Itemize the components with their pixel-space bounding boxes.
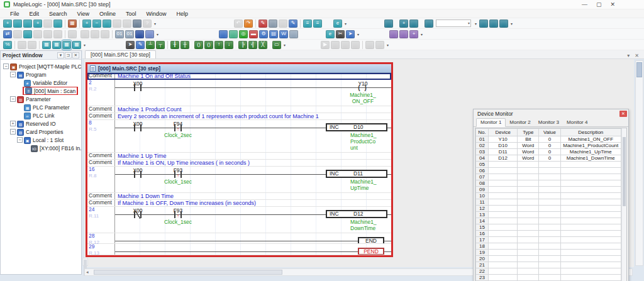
- comment-row[interactable]: CommentMachine 1 Up Time: [87, 153, 391, 160]
- description-cell[interactable]: [560, 199, 621, 206]
- check-program-button[interactable]: ✎: [258, 19, 267, 28]
- value-cell[interactable]: 0: [539, 136, 560, 143]
- rung-canvas[interactable]: X00F93↑Clock_1secINCD11Machine1_ UpTime: [115, 167, 391, 192]
- device-cell[interactable]: [489, 268, 518, 275]
- io-monitor-2-button[interactable]: 01: [125, 30, 134, 38]
- rung-row-step-2[interactable]: 2R.2X00Y10( )Machine1_ ON_OFF: [87, 80, 391, 106]
- comment-row[interactable]: CommentIf Machine 1 is ON, Up Time incre…: [87, 160, 391, 167]
- type-cell[interactable]: [518, 168, 539, 174]
- instruction-box-inc[interactable]: INCD12: [326, 210, 387, 218]
- monitor-row-10[interactable]: 10: [476, 193, 621, 199]
- device-cell[interactable]: D10: [489, 143, 518, 149]
- convert-ladder-button[interactable]: [229, 30, 238, 38]
- type-cell[interactable]: [518, 180, 539, 187]
- toolbar-overflow-icon[interactable]: ▾: [345, 21, 347, 26]
- monitor-tab-1[interactable]: Monitor 1: [476, 118, 506, 127]
- device-monitor-close-button[interactable]: ✕: [619, 111, 627, 117]
- rung-canvas[interactable]: X00F93↑Clock_1secINCD12Machine1_ DownTim…: [115, 207, 391, 233]
- type-cell[interactable]: [518, 268, 539, 275]
- rung-row-step-24[interactable]: 24R.11X00F93↑Clock_1secINCD12Machine1_ D…: [87, 207, 391, 233]
- minimize-button[interactable]: —: [582, 1, 587, 8]
- rung-canvas[interactable]: PEND: [115, 244, 391, 255]
- plc-write-button[interactable]: +: [399, 19, 408, 28]
- plc-monitor-button[interactable]: [425, 19, 433, 28]
- report-doc-button[interactable]: [289, 30, 298, 38]
- device-cell[interactable]: [489, 199, 518, 206]
- value-cell[interactable]: 0: [539, 149, 560, 155]
- menu-tool[interactable]: Tool: [121, 11, 142, 17]
- project-pin-button[interactable]: ⊐: [65, 52, 72, 58]
- monitor-row-17[interactable]: 17: [476, 237, 621, 243]
- value-cell[interactable]: [539, 174, 560, 180]
- description-cell[interactable]: [560, 212, 621, 218]
- tree-expander-icon[interactable]: −: [10, 96, 16, 102]
- value-cell[interactable]: [539, 212, 560, 218]
- monitor-row-23[interactable]: 23: [476, 275, 621, 281]
- pend-instruction-box[interactable]: PEND: [358, 248, 384, 255]
- value-cell[interactable]: [539, 218, 560, 224]
- print-button[interactable]: [133, 19, 142, 28]
- tree-item-project-mqtt-maple-plc-sample[interactable]: −▣Project [MQTT-Maple PLC Sample]: [2, 62, 81, 70]
- type-cell[interactable]: [518, 187, 539, 193]
- contact-nc-tool-button[interactable]: ╫: [180, 41, 189, 49]
- comment-row[interactable]: CommentMachine 1 Down Time: [87, 193, 391, 200]
- value-cell[interactable]: [539, 250, 560, 256]
- contact-rising-edge-symbol[interactable]: ↑: [174, 211, 182, 218]
- monitor-tab-3[interactable]: Monitor 3: [535, 119, 563, 126]
- value-cell[interactable]: 0: [539, 143, 560, 149]
- monitor-row-18[interactable]: 18: [476, 243, 621, 250]
- monitor-row-05[interactable]: 05: [476, 162, 621, 168]
- tree-expander-icon[interactable]: −: [17, 137, 23, 143]
- branch-close-tool-button[interactable]: ╣: [248, 41, 257, 49]
- monitor-row-16[interactable]: 16: [476, 231, 621, 237]
- tree-item-reserved-io[interactable]: +▧Reserved IO: [2, 119, 81, 128]
- device-cell[interactable]: [489, 168, 518, 174]
- open-file-button[interactable]: [13, 19, 22, 28]
- toolbar-overflow-icon[interactable]: ▾: [157, 32, 158, 36]
- comment-row[interactable]: CommentIf Machine 1 is OFF, Down Time in…: [87, 200, 391, 207]
- device-cell[interactable]: [489, 218, 518, 224]
- description-cell[interactable]: Machine1_UpTime: [560, 149, 621, 155]
- value-cell[interactable]: [539, 243, 560, 250]
- calculator-button[interactable]: ▤: [269, 30, 278, 38]
- plc-verify-button[interactable]: [409, 19, 418, 28]
- tree-item-plc-link[interactable]: ∞PLC Link: [2, 111, 81, 119]
- tree-item-program[interactable]: −▤Program: [2, 70, 81, 79]
- device-monitor-scroll-thumb[interactable]: [623, 137, 626, 206]
- sim-monitor-button[interactable]: [145, 30, 154, 38]
- online-run-button[interactable]: [479, 19, 488, 28]
- monitor-row-21[interactable]: 21: [476, 262, 621, 268]
- rung-canvas[interactable]: X00Y10( )Machine1_ ON_OFF: [115, 80, 391, 106]
- contact-nc-symbol[interactable]: [134, 211, 142, 218]
- tab-main-src[interactable]: [000] Main.SRC [30 step]: [85, 50, 156, 58]
- tree-item-variable-editor[interactable]: #Variable Editor: [2, 79, 81, 87]
- copy-device-button[interactable]: +: [409, 30, 418, 38]
- device-cell[interactable]: [489, 256, 518, 262]
- menu-online[interactable]: Online: [94, 11, 121, 17]
- copy-doc-button[interactable]: [269, 19, 277, 28]
- monitor-row-13[interactable]: 13: [476, 212, 621, 218]
- device-cell[interactable]: [489, 174, 518, 180]
- device-cell[interactable]: [489, 187, 518, 193]
- close-file-button[interactable]: [23, 19, 32, 28]
- value-cell[interactable]: [539, 199, 560, 206]
- type-cell[interactable]: [518, 250, 539, 256]
- description-cell[interactable]: [560, 237, 621, 243]
- online-status-button[interactable]: ◎: [239, 30, 248, 38]
- online-edit-button[interactable]: [499, 19, 508, 28]
- device-cell[interactable]: [489, 262, 518, 268]
- monitor-row-19[interactable]: 19: [476, 250, 621, 256]
- toolbar-overflow-icon[interactable]: ▾: [421, 32, 423, 36]
- delete-line-tool-button[interactable]: ╳: [258, 41, 267, 49]
- instruction-box-inc[interactable]: INCD10: [326, 123, 387, 131]
- ladder-left-scrollbar[interactable]: [82, 258, 88, 266]
- rung-canvas[interactable]: END: [115, 233, 391, 243]
- edit-doc-button[interactable]: ✎: [289, 19, 297, 28]
- monitor-row-12[interactable]: 12: [476, 206, 621, 212]
- tab-list-dropdown-icon[interactable]: ▾: [627, 53, 630, 58]
- value-cell[interactable]: [539, 206, 560, 212]
- value-cell[interactable]: [539, 187, 560, 193]
- paste-device-button[interactable]: [399, 30, 408, 38]
- monitor-row-20[interactable]: 20: [476, 256, 621, 262]
- close-button[interactable]: ✕: [610, 1, 615, 8]
